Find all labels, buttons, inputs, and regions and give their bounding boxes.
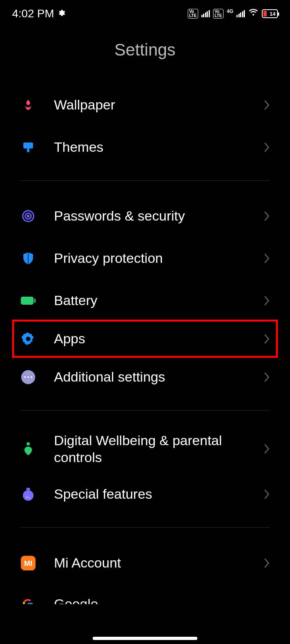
settings-item-apps[interactable]: Apps xyxy=(20,322,270,356)
settings-item-label: Passwords & security xyxy=(54,207,263,225)
settings-item-label: Apps xyxy=(54,330,263,347)
svg-rect-0 xyxy=(23,142,33,149)
gear-badge-icon xyxy=(20,331,36,347)
google-icon xyxy=(20,596,36,604)
status-bar-left: 4:02 PM xyxy=(12,7,65,20)
settings-item-miaccount[interactable]: MI Mi Account xyxy=(20,542,270,584)
settings-item-special[interactable]: Special features xyxy=(20,473,270,515)
svg-text:MI: MI xyxy=(24,559,32,567)
settings-item-wallpaper[interactable]: Wallpaper xyxy=(20,84,270,126)
settings-item-passwords[interactable]: Passwords & security xyxy=(20,195,270,237)
battery-icon xyxy=(20,293,36,309)
chevron-right-icon xyxy=(263,295,270,306)
chevron-right-icon xyxy=(263,443,270,454)
chevron-right-icon xyxy=(263,211,270,222)
tulip-icon xyxy=(20,97,36,113)
settings-item-label: Google xyxy=(54,596,98,604)
settings-item-label: Additional settings xyxy=(54,368,263,386)
chevron-right-icon xyxy=(263,142,270,153)
svg-point-16 xyxy=(29,497,30,498)
status-bar-right: VoLTE VoLTE 4G 14 xyxy=(188,8,278,19)
svg-rect-5 xyxy=(21,297,34,305)
network-type: 4G xyxy=(227,8,233,14)
svg-point-10 xyxy=(27,376,29,378)
signal-icon xyxy=(201,10,210,17)
volte-icon-2: VoLTE xyxy=(213,9,224,19)
chevron-right-icon xyxy=(263,253,270,264)
settings-item-label: Battery xyxy=(54,292,263,309)
page-title: Settings xyxy=(0,24,290,84)
status-time: 4:02 PM xyxy=(12,7,54,20)
volte-icon: VoLTE xyxy=(188,9,198,19)
settings-item-label: Privacy protection xyxy=(54,250,263,267)
settings-item-privacy[interactable]: Privacy protection xyxy=(20,237,270,279)
chevron-right-icon xyxy=(263,99,270,111)
person-heart-icon xyxy=(20,441,36,457)
settings-item-additional[interactable]: Additional settings xyxy=(20,356,270,398)
settings-item-wellbeing[interactable]: Digital Wellbeing & parental controls xyxy=(20,425,270,473)
divider xyxy=(20,410,270,411)
divider xyxy=(20,527,270,528)
signal-icon-2 xyxy=(236,10,245,17)
settings-item-label: Mi Account xyxy=(54,554,263,572)
svg-point-14 xyxy=(23,490,33,500)
svg-rect-6 xyxy=(34,299,35,303)
settings-item-battery[interactable]: Battery xyxy=(20,279,270,322)
chevron-right-icon xyxy=(263,557,270,569)
settings-item-google[interactable]: Google xyxy=(20,584,270,604)
battery-icon: 14 xyxy=(262,9,278,18)
chevron-right-icon xyxy=(263,489,270,500)
svg-point-4 xyxy=(27,215,29,217)
svg-rect-13 xyxy=(27,487,30,490)
gesture-bar[interactable] xyxy=(93,637,197,640)
dots-circle-icon xyxy=(20,369,36,385)
svg-point-9 xyxy=(24,376,26,378)
settings-item-label: Themes xyxy=(54,138,263,156)
wifi-icon xyxy=(248,8,259,19)
status-bar: 4:02 PM VoLTE VoLTE 4G 14 xyxy=(0,0,290,24)
potion-icon xyxy=(20,486,36,502)
chevron-right-icon xyxy=(263,333,270,345)
settings-list: Wallpaper Themes Passwords & security Pr… xyxy=(0,84,290,604)
settings-item-themes[interactable]: Themes xyxy=(20,126,270,168)
gear-icon xyxy=(57,9,65,19)
divider xyxy=(20,180,270,181)
svg-rect-1 xyxy=(27,149,29,152)
brush-icon xyxy=(20,139,36,155)
settings-item-label: Special features xyxy=(54,485,263,503)
mi-icon: MI xyxy=(20,555,36,571)
settings-item-label: Digital Wellbeing & parental controls xyxy=(54,432,263,466)
shield-icon xyxy=(20,250,36,266)
svg-point-12 xyxy=(27,442,30,446)
svg-point-11 xyxy=(31,376,32,378)
chevron-right-icon xyxy=(263,372,270,383)
svg-point-7 xyxy=(26,336,30,341)
highlight-box: Apps xyxy=(12,320,278,358)
fingerprint-icon xyxy=(20,208,36,224)
settings-item-label: Wallpaper xyxy=(54,96,263,114)
svg-point-15 xyxy=(27,496,28,497)
battery-level: 14 xyxy=(270,11,276,17)
